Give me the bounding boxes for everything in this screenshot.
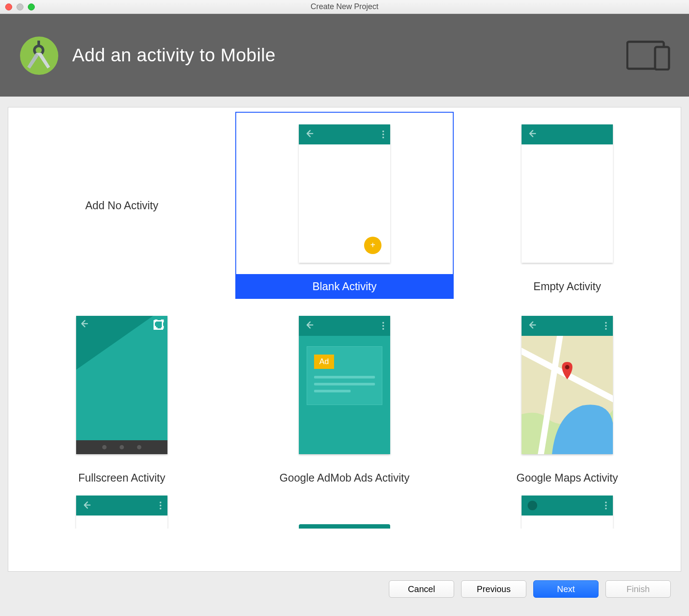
content-area: Add No Activity + — [0, 97, 689, 616]
overflow-menu-icon — [605, 322, 607, 330]
template-label: Fullscreen Activity — [13, 465, 230, 489]
overflow-menu-icon — [382, 322, 384, 330]
wizard-footer: Cancel Previous Next Finish — [8, 572, 681, 608]
template-blank-activity[interactable]: + Blank Activity — [235, 112, 454, 299]
template-row-peek[interactable] — [235, 495, 454, 529]
fullscreen-icon — [154, 319, 164, 329]
blank-activity-preview: + — [299, 124, 390, 263]
maps-activity-preview — [522, 316, 613, 454]
fab-add-icon: + — [364, 237, 381, 254]
tablet-phone-icon — [626, 40, 672, 70]
create-new-project-window: Create New Project Add an activity to Mo… — [0, 0, 689, 616]
template-label: Empty Activity — [459, 274, 676, 298]
wizard-banner: Add an activity to Mobile — [0, 14, 689, 97]
overflow-menu-icon — [382, 131, 384, 138]
template-label: Blank Activity — [236, 274, 453, 298]
fullscreen-activity-preview — [76, 316, 167, 454]
back-arrow-icon — [305, 321, 314, 331]
window-title: Create New Project — [0, 2, 689, 11]
nav-bar-icon — [76, 440, 167, 454]
activity-template-gallery: Add No Activity + — [8, 107, 681, 572]
window-titlebar: Create New Project — [0, 0, 689, 14]
template-google-maps-activity[interactable]: Google Maps Activity — [458, 303, 676, 490]
admob-activity-preview: Ad — [299, 316, 390, 454]
svg-rect-3 — [655, 47, 669, 70]
next-button[interactable]: Next — [533, 580, 599, 598]
back-arrow-icon — [305, 129, 314, 139]
banner-heading: Add an activity to Mobile — [72, 45, 276, 66]
template-add-no-activity[interactable]: Add No Activity — [13, 112, 231, 299]
empty-activity-preview — [522, 124, 613, 263]
svg-point-5 — [565, 365, 569, 369]
previous-button[interactable]: Previous — [461, 580, 526, 598]
overflow-menu-icon — [160, 502, 161, 509]
template-label: Google AdMob Ads Activity — [236, 465, 453, 489]
ad-badge: Ad — [314, 355, 334, 369]
finish-button: Finish — [605, 580, 671, 598]
avatar-icon — [528, 501, 537, 510]
back-arrow-icon — [528, 321, 536, 331]
back-arrow-icon — [80, 319, 88, 328]
back-arrow-icon — [82, 501, 91, 511]
template-row-peek[interactable] — [13, 495, 231, 529]
template-row-peek[interactable] — [458, 495, 676, 529]
back-arrow-icon — [528, 129, 536, 139]
overflow-menu-icon — [605, 502, 607, 509]
template-fullscreen-activity[interactable]: Fullscreen Activity — [13, 303, 231, 490]
map-illustration-icon — [522, 336, 613, 454]
android-studio-logo-icon — [17, 34, 60, 77]
template-google-admob-ads-activity[interactable]: Ad Google AdMob Ads Activity — [235, 303, 454, 490]
template-label: Google Maps Activity — [459, 465, 676, 489]
template-label: Add No Activity — [85, 199, 158, 212]
cancel-button[interactable]: Cancel — [389, 580, 454, 598]
template-empty-activity[interactable]: Empty Activity — [458, 112, 676, 299]
